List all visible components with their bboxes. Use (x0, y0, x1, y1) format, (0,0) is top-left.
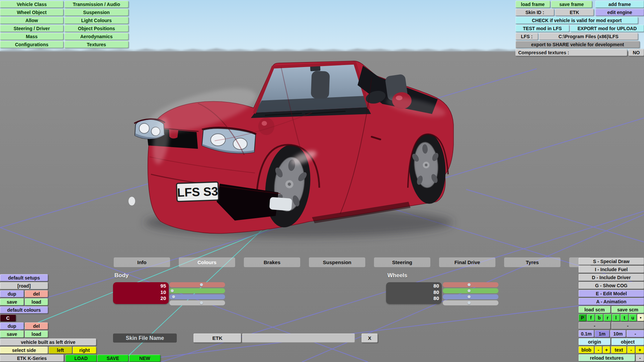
view-letter-l[interactable]: l (612, 314, 620, 321)
slider-handle[interactable] (200, 283, 203, 286)
skin-clear-button[interactable]: X (362, 334, 378, 343)
menu-item-object-positions[interactable]: Object Positions (64, 25, 128, 32)
save-scm-button[interactable]: save scm (611, 306, 644, 313)
slider-handle[interactable] (468, 301, 471, 304)
step-10m-button[interactable]: 10m (610, 330, 626, 337)
origin-button[interactable]: origin (579, 338, 610, 345)
slider-handle[interactable] (468, 295, 471, 298)
object-button[interactable]: object (611, 338, 644, 345)
add-frame-button[interactable]: add frame (595, 1, 644, 8)
colour-load-button[interactable]: load (25, 330, 48, 338)
view-letter-f[interactable]: f (587, 314, 595, 321)
tab-final-drive[interactable]: Final Drive (439, 257, 495, 267)
view-letter-u[interactable]: u (629, 314, 637, 321)
blob-plus-button[interactable]: + (603, 346, 610, 353)
setup-dup-button[interactable]: dup (0, 290, 24, 297)
tab-info[interactable]: Info (114, 257, 170, 267)
side-left-button[interactable]: left (49, 347, 72, 354)
body-colour-slider-1[interactable] (169, 288, 225, 293)
colour-del-button[interactable]: del (25, 322, 48, 329)
menu-item-steering-driver[interactable]: Steering / Driver (0, 25, 63, 32)
test-mod-button[interactable]: TEST mod in LFS (516, 25, 569, 32)
menu-item-mass[interactable]: Mass (0, 33, 63, 40)
slider-handle[interactable] (172, 295, 175, 298)
blob-minus-button[interactable]: - (595, 346, 602, 353)
setup-load-button[interactable]: load (25, 298, 48, 305)
setup-save-button[interactable]: save (0, 298, 24, 305)
body-colour-slider-3[interactable] (169, 300, 225, 305)
setup-name-button[interactable]: [road] (0, 282, 48, 289)
menu-item-suspension[interactable]: Suspension (64, 9, 128, 16)
export-upload-button[interactable]: EXPORT mod for UPLOAD (570, 25, 644, 32)
step-0-1m-button[interactable]: 0.1m (579, 330, 594, 337)
skin-file-input[interactable] (242, 334, 355, 343)
load-frame-button[interactable]: load frame (516, 1, 550, 8)
edit-model-button[interactable]: E - Edit Model (579, 290, 644, 297)
wheels-colour-slider-3[interactable] (443, 300, 498, 305)
menu-item-configurations[interactable]: Configurations (0, 41, 63, 48)
dash-right-button[interactable]: - (611, 322, 644, 329)
special-draw-toggle[interactable]: S - Special Draw (579, 258, 644, 265)
load-scm-button[interactable]: load scm (579, 306, 610, 313)
view-letter-p[interactable]: P (579, 314, 586, 321)
vehicle-new-button[interactable]: NEW (129, 355, 160, 362)
default-setups-button[interactable]: default setups (0, 274, 48, 281)
vehicle-load-button[interactable]: LOAD (65, 355, 97, 362)
animation-button[interactable]: A - Animation (579, 298, 644, 305)
tab-steering[interactable]: Steering (374, 257, 430, 267)
export-share-button[interactable]: export to SHARE vehicle for development (516, 41, 640, 48)
side-right-button[interactable]: right (73, 347, 96, 354)
text-plus-button[interactable]: + (636, 346, 644, 353)
tab-brakes[interactable]: Brakes (244, 257, 300, 267)
step-dash-button[interactable]: - (627, 330, 644, 337)
colour-save-button[interactable]: save (0, 330, 24, 338)
menu-item-aerodynamics[interactable]: Aerodynamics (64, 33, 128, 40)
compressed-textures-toggle[interactable]: NO (629, 49, 644, 56)
tab-colours[interactable]: Colours (179, 257, 235, 267)
vehicle-name-button[interactable]: ETK K-Series (0, 355, 64, 362)
menu-item-light-colours[interactable]: Light Colours (64, 17, 128, 24)
slider-handle[interactable] (468, 289, 471, 292)
reload-minus-button[interactable]: - (636, 354, 644, 361)
skin-id-value[interactable]: ETK (555, 9, 594, 16)
menu-item-textures[interactable]: Textures (64, 41, 128, 48)
colour-dup-button[interactable]: dup (0, 322, 24, 329)
lfs-path-button[interactable]: C:\Program Files (x86)\LFS (539, 33, 638, 40)
menu-item-transmission-audio[interactable]: Transmission / Audio (64, 1, 128, 8)
menu-item-allow[interactable]: Allow (0, 17, 63, 24)
step-1m-button[interactable]: 1m (595, 330, 609, 337)
include-fuel-toggle[interactable]: I - Include Fuel (579, 266, 644, 273)
vehicle-save-button[interactable]: SAVE (97, 355, 128, 362)
view-letter-r[interactable]: r (604, 314, 611, 321)
wheels-colour-slider-0[interactable] (443, 282, 498, 287)
setup-del-button[interactable]: del (25, 290, 48, 297)
view-letter-t[interactable]: t (621, 314, 628, 321)
show-cog-toggle[interactable]: G - Show COG (579, 282, 644, 289)
text-minus-button[interactable]: - (627, 346, 635, 353)
view-dot-button[interactable]: • (637, 314, 644, 321)
include-driver-toggle[interactable]: D - Include Driver (579, 274, 644, 281)
edit-engine-button[interactable]: edit engine (595, 9, 644, 16)
view-letter-b[interactable]: b (595, 314, 603, 321)
body-colour-slider-2[interactable] (169, 294, 225, 299)
body-colour-slider-0[interactable] (169, 282, 225, 287)
tab-suspension[interactable]: Suspension (309, 257, 365, 267)
reload-textures-button[interactable]: reload textures (579, 354, 635, 361)
tab-tyres[interactable]: Tyres (504, 257, 560, 267)
colour-slot-swatch[interactable]: C (0, 314, 16, 321)
slider-handle[interactable] (468, 283, 471, 286)
menu-item-wheel-object[interactable]: Wheel Object (0, 9, 63, 16)
text-button[interactable]: text (611, 346, 627, 353)
wheels-colour-slider-1[interactable] (443, 288, 498, 293)
slider-handle[interactable] (171, 289, 174, 292)
save-frame-button[interactable]: save frame (551, 1, 592, 8)
menu-item-vehicle-class[interactable]: Vehicle Class (0, 1, 63, 8)
dash-left-button[interactable]: - (579, 322, 610, 329)
default-colours-button[interactable]: default colours (0, 306, 48, 313)
skin-id-label: Skin ID : (516, 9, 554, 16)
blob-button[interactable]: blob (579, 346, 594, 353)
slider-handle[interactable] (200, 301, 203, 304)
skin-name-button[interactable]: ETK (194, 334, 241, 343)
check-valid-button[interactable]: CHECK if vehicle is valid for mod export (516, 17, 638, 24)
wheels-colour-slider-2[interactable] (443, 294, 498, 299)
